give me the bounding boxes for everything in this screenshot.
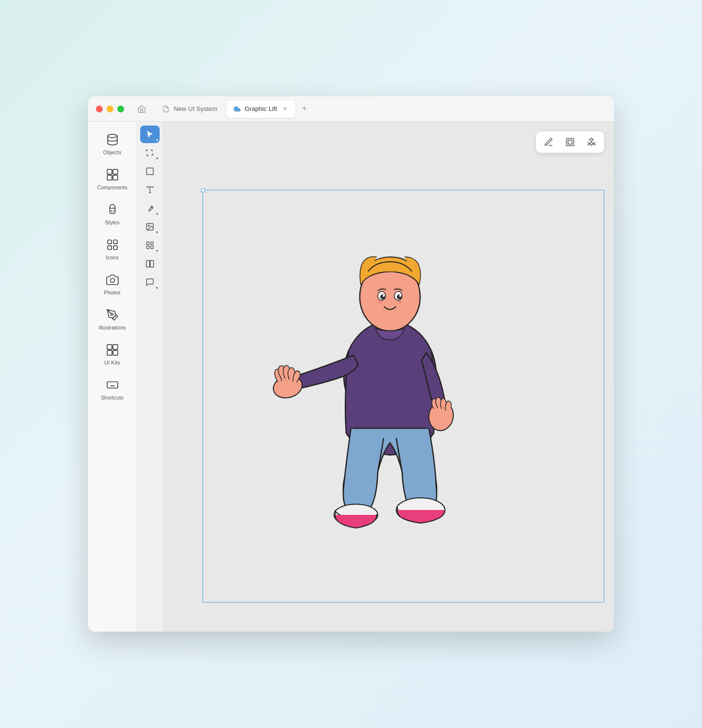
- keyboard-icon: [106, 378, 119, 392]
- tool-component[interactable]: [140, 237, 160, 254]
- svg-point-12: [111, 313, 112, 315]
- tool-frame[interactable]: [140, 144, 160, 162]
- svg-rect-25: [147, 260, 150, 267]
- pencil-tool-button[interactable]: [542, 135, 555, 149]
- maximize-button[interactable]: [117, 106, 124, 112]
- minimize-button[interactable]: [107, 106, 113, 112]
- svg-rect-24: [151, 246, 153, 249]
- character-illustration: [261, 190, 514, 569]
- add-tab-button[interactable]: +: [297, 102, 311, 116]
- svg-point-0: [108, 134, 117, 138]
- svg-rect-26: [150, 260, 154, 267]
- styles-icon: [106, 203, 119, 217]
- frame-tool-button[interactable]: [563, 135, 577, 149]
- tool-pen[interactable]: [140, 200, 160, 217]
- svg-rect-18: [147, 168, 153, 175]
- svg-rect-7: [108, 240, 111, 244]
- canvas-toolbar: [536, 131, 604, 153]
- sidebar-item-styles[interactable]: Styles: [93, 198, 132, 231]
- svg-rect-13: [107, 345, 112, 349]
- sidebar-item-objects-label: Objects: [103, 149, 121, 155]
- title-bar: New UI System Graphic Lift ✕ +: [88, 96, 614, 122]
- photos-icon: [106, 273, 119, 287]
- sidebar-item-ui-kits-label: UI Kits: [104, 360, 120, 365]
- icons-icon: [106, 238, 119, 252]
- svg-rect-16: [113, 350, 118, 355]
- sidebar-item-illustrations-label: Illustrations: [99, 325, 126, 330]
- svg-rect-1: [107, 169, 112, 174]
- svg-point-46: [383, 295, 385, 297]
- svg-rect-28: [568, 140, 572, 144]
- document-icon: [162, 105, 170, 113]
- tool-image[interactable]: [140, 218, 160, 236]
- svg-point-47: [399, 295, 401, 297]
- selection-handle-tl[interactable]: [201, 188, 205, 192]
- grid-tool-button[interactable]: [585, 135, 598, 149]
- svg-rect-17: [107, 382, 118, 388]
- tab-graphic-lift-label: Graphic Lift: [245, 105, 277, 112]
- tab-close-button[interactable]: ✕: [281, 105, 289, 113]
- sidebar-item-shortcuts[interactable]: Shortcuts: [93, 373, 132, 406]
- tool-text[interactable]: [140, 181, 160, 199]
- sidebar-item-icons[interactable]: Icons: [93, 233, 132, 266]
- illustrations-icon: [106, 308, 119, 322]
- svg-rect-14: [113, 345, 118, 349]
- cloud-icon: [233, 105, 241, 113]
- tab-graphic-lift[interactable]: Graphic Lift ✕: [226, 100, 296, 118]
- tabs: New UI System Graphic Lift ✕ +: [155, 100, 606, 118]
- close-button[interactable]: [96, 106, 103, 112]
- left-sidebar: Objects Components: [88, 122, 137, 632]
- sidebar-item-illustrations[interactable]: Illustrations: [93, 303, 132, 336]
- tool-rectangle[interactable]: [140, 163, 160, 180]
- tool-split[interactable]: [140, 255, 160, 273]
- svg-rect-27: [567, 139, 574, 146]
- sidebar-item-ui-kits[interactable]: UI Kits: [93, 338, 132, 371]
- svg-point-11: [110, 278, 114, 283]
- svg-rect-8: [113, 240, 117, 244]
- ui-kits-icon: [106, 343, 119, 357]
- svg-rect-23: [147, 246, 149, 249]
- svg-rect-2: [113, 169, 118, 174]
- sidebar-item-icons-label: Icons: [106, 255, 118, 260]
- svg-rect-10: [113, 246, 117, 250]
- svg-rect-21: [147, 242, 149, 244]
- traffic-lights: [96, 106, 124, 112]
- svg-rect-9: [108, 246, 111, 250]
- svg-point-45: [397, 294, 402, 299]
- svg-rect-22: [151, 242, 153, 244]
- sidebar-item-photos-label: Photos: [104, 290, 120, 295]
- tab-new-ui-system-label: New UI System: [174, 105, 218, 112]
- sidebar-item-shortcuts-label: Shortcuts: [101, 395, 123, 400]
- svg-rect-15: [107, 350, 112, 355]
- svg-point-44: [380, 294, 385, 299]
- layers-icon: [106, 133, 119, 146]
- app-window: New UI System Graphic Lift ✕ +: [88, 96, 614, 632]
- sidebar-item-styles-label: Styles: [105, 219, 120, 225]
- svg-rect-4: [113, 175, 118, 180]
- home-button[interactable]: [134, 101, 149, 117]
- sidebar-item-photos[interactable]: Photos: [93, 268, 132, 301]
- sidebar-item-components-label: Components: [97, 184, 127, 190]
- svg-point-20: [148, 225, 149, 226]
- svg-rect-3: [107, 175, 112, 180]
- tools-sidebar: [137, 122, 164, 632]
- canvas-area[interactable]: [164, 122, 614, 632]
- tool-select[interactable]: [140, 126, 160, 143]
- sidebar-item-objects[interactable]: Objects: [93, 127, 132, 161]
- sidebar-item-components[interactable]: Components: [93, 163, 132, 196]
- tab-new-ui-system[interactable]: New UI System: [155, 100, 224, 118]
- tool-comment[interactable]: [140, 273, 160, 291]
- components-icon: [106, 168, 119, 182]
- main-content: Objects Components: [88, 122, 614, 632]
